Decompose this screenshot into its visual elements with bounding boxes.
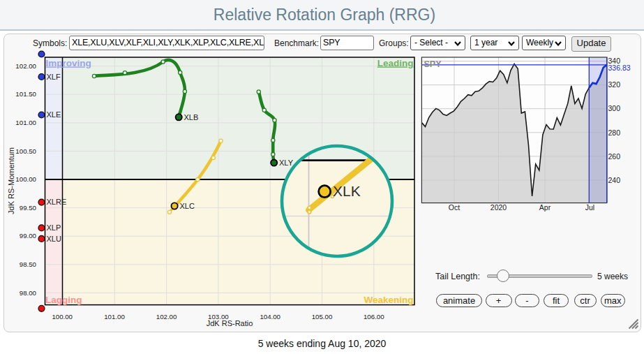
svg-text:Leading: Leading: [377, 58, 414, 68]
svg-text:260: 260: [608, 152, 621, 161]
svg-text:336.83: 336.83: [608, 64, 631, 72]
svg-text:320: 320: [608, 80, 621, 89]
svg-text:XLC: XLC: [180, 202, 195, 210]
svg-text:Improving: Improving: [46, 58, 91, 68]
svg-text:Jul: Jul: [585, 203, 594, 212]
svg-text:JdK RS-Ratio: JdK RS-Ratio: [207, 319, 253, 327]
svg-text:XLK: XLK: [333, 183, 361, 199]
svg-text:XLP: XLP: [47, 223, 61, 232]
svg-text:XLF: XLF: [47, 73, 61, 81]
svg-text:99.00: 99.00: [20, 232, 37, 239]
svg-text:240: 240: [608, 176, 621, 184]
svg-text:2020: 2020: [491, 203, 507, 212]
svg-text:XLE: XLE: [47, 110, 61, 119]
svg-text:XLRE: XLRE: [47, 198, 67, 206]
svg-text:Apr: Apr: [539, 203, 551, 212]
svg-text:98.00: 98.00: [20, 289, 37, 297]
svg-text:SPY: SPY: [424, 59, 442, 69]
svg-text:102.00: 102.00: [15, 62, 36, 70]
svg-text:104.00: 104.00: [260, 313, 280, 320]
svg-text:Lagging: Lagging: [45, 295, 82, 305]
svg-text:105.00: 105.00: [312, 313, 333, 320]
svg-text:JdK RS-Momentum: JdK RS-Momentum: [7, 147, 15, 214]
svg-text:Oct: Oct: [449, 203, 460, 212]
svg-text:100.00: 100.00: [52, 313, 73, 320]
svg-text:101.00: 101.00: [104, 313, 125, 320]
svg-text:XLY: XLY: [279, 158, 294, 167]
svg-text:101.00: 101.00: [15, 119, 36, 126]
svg-text:XLB: XLB: [184, 113, 199, 121]
svg-text:106.00: 106.00: [364, 313, 384, 320]
svg-text:101.50: 101.50: [15, 90, 36, 98]
svg-text:102.00: 102.00: [156, 313, 177, 320]
svg-text:100.50: 100.50: [15, 147, 36, 155]
svg-text:99.50: 99.50: [20, 204, 37, 212]
svg-text:98.50: 98.50: [20, 260, 37, 268]
svg-text:Weakening: Weakening: [364, 295, 413, 305]
svg-text:300: 300: [608, 104, 621, 112]
svg-text:280: 280: [608, 128, 621, 137]
svg-text:XLU: XLU: [47, 235, 61, 243]
svg-text:100.00: 100.00: [15, 175, 36, 183]
